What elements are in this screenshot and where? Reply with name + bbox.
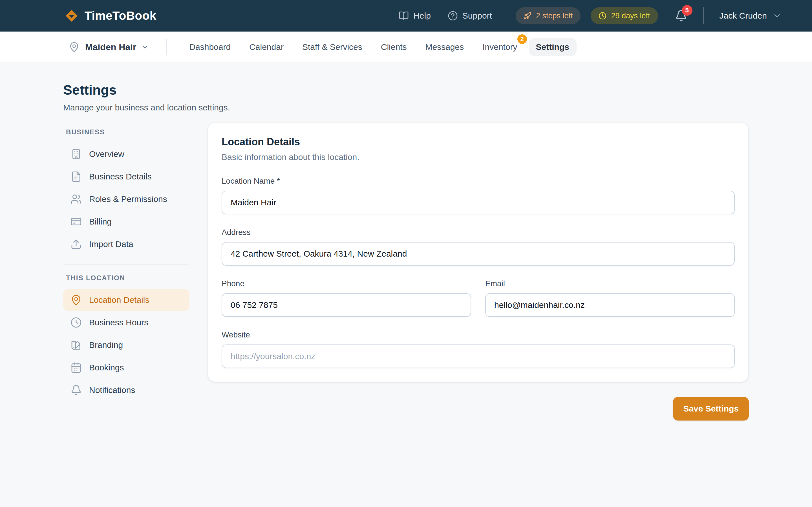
card-title: Location Details [221,136,735,148]
onboarding-steps-badge[interactable]: 2 steps left [516,7,581,24]
sidebar-item-branding[interactable]: Branding [63,334,190,356]
brand-logo[interactable]: TimeToBook [65,9,156,22]
nav-divider [166,39,167,55]
notifications-button[interactable]: 5 [675,10,688,22]
phone-field: Phone [221,279,471,317]
tab-clients[interactable]: Clients [373,38,414,56]
settings-page: Settings Manage your business and locati… [0,63,812,454]
sidebar-item-label: Notifications [89,385,135,395]
card-column: Location Details Basic information about… [207,122,749,420]
sidebar-item-business-details[interactable]: Business Details [63,165,190,188]
sidebar-divider [63,265,190,265]
chevron-down-icon [772,11,781,20]
section-label-business: BUSINESS [63,128,190,136]
app-header: TimeToBook Help Support [0,0,812,32]
brand-name: TimeToBook [85,9,156,22]
header-divider [703,7,704,24]
clock-icon [599,12,606,20]
tab-inventory[interactable]: Inventory 2 [475,38,524,56]
sidebar-item-label: Bookings [89,363,124,372]
main-nav: Maiden Hair Dashboard Calendar Staff & S… [0,32,812,63]
email-field: Email [485,279,735,317]
user-name: Jack Cruden [719,11,767,20]
address-label: Address [221,228,735,237]
save-settings-button[interactable]: Save Settings [673,397,749,420]
map-pin-icon [69,42,80,52]
support-button[interactable]: Support [448,11,492,21]
location-details-card: Location Details Basic information about… [207,122,749,382]
current-location-name: Maiden Hair [85,42,136,52]
sidebar-item-label: Business Details [89,172,152,181]
sidebar-item-business-hours[interactable]: Business Hours [63,311,190,334]
email-input[interactable] [485,293,735,317]
chevron-down-icon [141,43,149,51]
book-open-icon [399,11,409,21]
help-button[interactable]: Help [399,11,431,21]
sidebar-item-roles-permissions[interactable]: Roles & Permissions [63,188,190,210]
page-subtitle: Manage your business and location settin… [63,103,749,112]
header-actions: Help Support 2 steps left [399,7,781,24]
credit-card-icon [70,216,82,227]
steps-left-label: 2 steps left [536,11,573,20]
nav-tabs: Dashboard Calendar Staff & Services Clie… [182,38,576,56]
sidebar-item-label: Billing [89,217,112,226]
sidebar-item-location-details[interactable]: Location Details [63,289,190,311]
sidebar-item-label: Roles & Permissions [89,194,167,204]
brand-diamond-icon [65,9,79,22]
website-field: Website [221,330,735,368]
settings-sidebar: BUSINESS Overview Business De [63,128,190,401]
website-label: Website [221,330,735,339]
days-left-label: 29 days left [611,11,650,20]
map-pin-icon [70,294,82,305]
sidebar-item-label: Branding [89,340,123,350]
support-label: Support [462,11,492,20]
sidebar-item-notifications[interactable]: Notifications [63,379,190,401]
swatch-book-icon [70,339,82,351]
upload-icon [70,238,82,250]
sidebar-item-label: Location Details [89,295,149,305]
tab-settings[interactable]: Settings [529,38,576,56]
location-name-input[interactable] [221,191,735,214]
building-icon [70,149,82,160]
trial-days-badge[interactable]: 29 days left [591,7,658,24]
phone-email-row: Phone Email [221,279,735,317]
bell-icon [70,385,82,396]
phone-input[interactable] [221,293,471,317]
location-name-label: Location Name * [221,177,735,186]
card-actions: Save Settings [207,397,749,420]
user-menu[interactable]: Jack Cruden [719,11,781,20]
sidebar-item-overview[interactable]: Overview [63,143,190,165]
phone-label: Phone [221,279,471,288]
page-title: Settings [63,82,749,98]
tab-inventory-label: Inventory [483,42,517,52]
rocket-icon [523,12,531,20]
location-switcher[interactable]: Maiden Hair [69,42,149,52]
website-input[interactable] [221,344,735,368]
file-text-icon [70,171,82,182]
tab-calendar[interactable]: Calendar [242,38,291,56]
email-label: Email [485,279,735,288]
section-label-this-location: THIS LOCATION [63,274,190,282]
tab-dashboard[interactable]: Dashboard [182,38,238,56]
sidebar-item-bookings[interactable]: Bookings [63,356,190,379]
sidebar-item-label: Import Data [89,239,133,249]
sidebar-item-billing[interactable]: Billing [63,210,190,233]
help-label: Help [413,11,431,20]
sidebar-item-label: Overview [89,149,124,159]
inventory-count-badge: 2 [517,34,527,44]
card-subtitle: Basic information about this location. [221,152,735,162]
users-icon [70,193,82,205]
location-name-field: Location Name * [221,177,735,214]
help-circle-icon [448,11,458,21]
address-field: Address [221,228,735,266]
sidebar-item-label: Business Hours [89,318,148,327]
address-input[interactable] [221,242,735,266]
sidebar-item-import-data[interactable]: Import Data [63,233,190,256]
calendar-icon [70,362,82,373]
notification-count-badge: 5 [682,5,693,16]
clock-icon [70,317,82,328]
tab-staff-services[interactable]: Staff & Services [295,38,370,56]
tab-messages[interactable]: Messages [418,38,471,56]
